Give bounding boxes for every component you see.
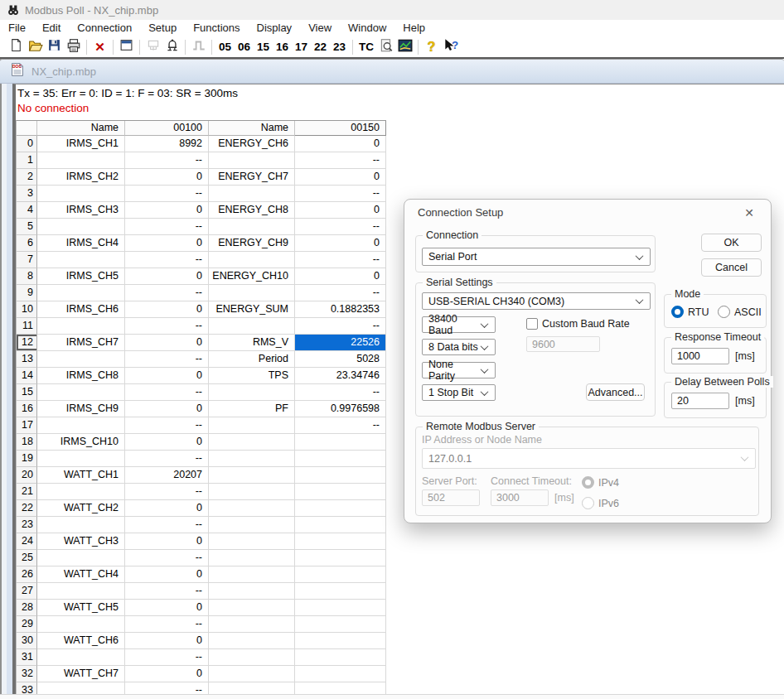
grid-cell[interactable]: -- bbox=[295, 384, 386, 401]
grid-cell[interactable] bbox=[37, 252, 125, 268]
grid-cell[interactable]: 0.9976598 bbox=[295, 401, 386, 417]
grid-cell[interactable]: ENERGY_CH10 bbox=[209, 268, 295, 285]
display-setup-button[interactable] bbox=[117, 38, 136, 55]
connection-type-select[interactable]: Serial Port bbox=[422, 248, 651, 266]
grid-cell[interactable] bbox=[295, 434, 386, 451]
grid-cell[interactable] bbox=[209, 252, 295, 268]
grid-cell[interactable] bbox=[209, 285, 295, 301]
grid-cell[interactable]: -- bbox=[125, 351, 209, 368]
grid-cell[interactable]: 0 bbox=[125, 666, 209, 682]
grid-cell[interactable] bbox=[295, 467, 386, 484]
grid-cell[interactable]: -- bbox=[295, 152, 386, 169]
grid-cell[interactable]: -- bbox=[295, 186, 386, 202]
grid-cell[interactable]: 0 bbox=[125, 500, 209, 517]
grid-cell[interactable]: -- bbox=[295, 219, 386, 235]
grid-cell[interactable]: 0 bbox=[125, 566, 209, 583]
grid-cell[interactable] bbox=[209, 318, 295, 335]
grid-cell[interactable]: TPS bbox=[209, 368, 295, 384]
data-bits-select[interactable]: 8 Data bits bbox=[422, 339, 496, 355]
menu-item-setup[interactable]: Setup bbox=[140, 20, 185, 36]
stop-bits-select[interactable]: 1 Stop Bit bbox=[422, 384, 496, 401]
grid-cell[interactable]: 22526 bbox=[295, 335, 386, 351]
grid-cell[interactable]: IRMS_CH1 bbox=[37, 136, 125, 152]
grid-cell[interactable] bbox=[209, 186, 295, 202]
ipv4-radio-row[interactable]: IPv4 bbox=[582, 476, 619, 489]
grid-cell[interactable] bbox=[37, 484, 125, 500]
grid-cell[interactable]: WATT_CH2 bbox=[37, 500, 125, 517]
menu-item-display[interactable]: Display bbox=[249, 20, 301, 36]
grid-cell[interactable] bbox=[209, 500, 295, 517]
grid-cell[interactable]: RMS_V bbox=[209, 335, 295, 351]
grid-cell[interactable]: 0 bbox=[125, 533, 209, 550]
grid-header-col0[interactable] bbox=[17, 121, 37, 136]
grid-cell[interactable]: 0 bbox=[125, 202, 209, 219]
grid-row-header[interactable]: 17 bbox=[17, 417, 37, 434]
trend-graph-button[interactable] bbox=[395, 38, 414, 55]
ipv4-radio[interactable] bbox=[582, 476, 594, 489]
grid-cell[interactable]: 0 bbox=[125, 600, 209, 616]
grid-cell[interactable]: 0 bbox=[295, 169, 386, 186]
toolbar-function-23[interactable]: 23 bbox=[330, 38, 349, 55]
grid-cell[interactable]: 23.34746 bbox=[295, 368, 386, 384]
grid-cell[interactable]: 0 bbox=[295, 235, 386, 252]
grid-row-header[interactable]: 1 bbox=[17, 152, 37, 169]
menu-item-functions[interactable]: Functions bbox=[185, 20, 248, 36]
grid-cell[interactable]: ENERGY_CH9 bbox=[209, 235, 295, 252]
context-help-button[interactable]: ? bbox=[441, 38, 460, 55]
grid-cell[interactable]: 0 bbox=[295, 136, 386, 152]
advanced-button[interactable]: Advanced... bbox=[586, 383, 645, 401]
grid-cell[interactable]: -- bbox=[125, 616, 209, 633]
grid-cell[interactable] bbox=[209, 484, 295, 500]
grid-row-header[interactable]: 22 bbox=[17, 500, 37, 517]
menu-item-connection[interactable]: Connection bbox=[69, 20, 140, 36]
grid-cell[interactable]: ENERGY_CH8 bbox=[209, 202, 295, 219]
grid-row-header[interactable]: 9 bbox=[17, 285, 37, 301]
grid-row-header[interactable]: 26 bbox=[17, 566, 37, 583]
grid-header-col2[interactable]: 00100 bbox=[125, 121, 209, 136]
grid-cell[interactable] bbox=[295, 550, 386, 566]
grid-cell[interactable]: WATT_CH7 bbox=[37, 666, 125, 682]
grid-cell[interactable]: 0 bbox=[125, 401, 209, 417]
parity-select[interactable]: None Parity bbox=[422, 362, 496, 378]
grid-header-col1[interactable]: Name bbox=[37, 121, 125, 136]
grid-cell[interactable]: ENERGY_CH6 bbox=[209, 136, 295, 152]
grid-cell[interactable]: 0 bbox=[125, 235, 209, 252]
help-button[interactable]: ? bbox=[422, 38, 441, 55]
grid-cell[interactable]: -- bbox=[125, 219, 209, 235]
grid-cell[interactable]: WATT_CH5 bbox=[37, 600, 125, 616]
grid-row-header[interactable]: 12 bbox=[17, 335, 37, 351]
grid-cell[interactable]: 0 bbox=[125, 301, 209, 318]
serial-port-select[interactable]: USB-SERIAL CH340 (COM3) bbox=[422, 292, 651, 310]
baud-rate-select[interactable]: 38400 Baud bbox=[422, 316, 496, 333]
grid-cell[interactable] bbox=[37, 451, 125, 467]
ok-button[interactable]: OK bbox=[701, 234, 762, 252]
grid-cell[interactable]: IRMS_CH4 bbox=[37, 235, 125, 252]
grid-cell[interactable]: WATT_CH3 bbox=[37, 533, 125, 550]
grid-cell[interactable] bbox=[295, 616, 386, 633]
grid-cell[interactable]: 20207 bbox=[125, 467, 209, 484]
ipv6-radio[interactable] bbox=[582, 497, 594, 509]
grid-cell[interactable]: IRMS_CH9 bbox=[37, 401, 125, 417]
grid-row-header[interactable]: 0 bbox=[17, 136, 37, 152]
grid-cell[interactable] bbox=[209, 451, 295, 467]
grid-cell[interactable] bbox=[37, 649, 125, 666]
grid-cell[interactable]: -- bbox=[125, 252, 209, 268]
menu-item-window[interactable]: Window bbox=[340, 20, 394, 36]
grid-row-header[interactable]: 27 bbox=[17, 583, 37, 600]
grid-row-header[interactable]: 15 bbox=[17, 384, 37, 401]
grid-cell[interactable]: IRMS_CH7 bbox=[37, 335, 125, 351]
grid-cell[interactable]: IRMS_CH8 bbox=[37, 368, 125, 384]
grid-cell[interactable] bbox=[209, 219, 295, 235]
grid-cell[interactable]: -- bbox=[125, 384, 209, 401]
grid-cell[interactable] bbox=[37, 417, 125, 434]
grid-row-header[interactable]: 29 bbox=[17, 616, 37, 633]
grid-cell[interactable]: ENERGY_CH7 bbox=[209, 169, 295, 186]
grid-cell[interactable] bbox=[295, 583, 386, 600]
grid-row-header[interactable]: 5 bbox=[17, 219, 37, 235]
grid-row-header[interactable]: 31 bbox=[17, 649, 37, 666]
grid-cell[interactable] bbox=[295, 666, 386, 682]
grid-cell[interactable] bbox=[37, 583, 125, 600]
grid-cell[interactable]: -- bbox=[125, 451, 209, 467]
grid-cell[interactable]: -- bbox=[125, 417, 209, 434]
grid-cell[interactable] bbox=[209, 649, 295, 666]
